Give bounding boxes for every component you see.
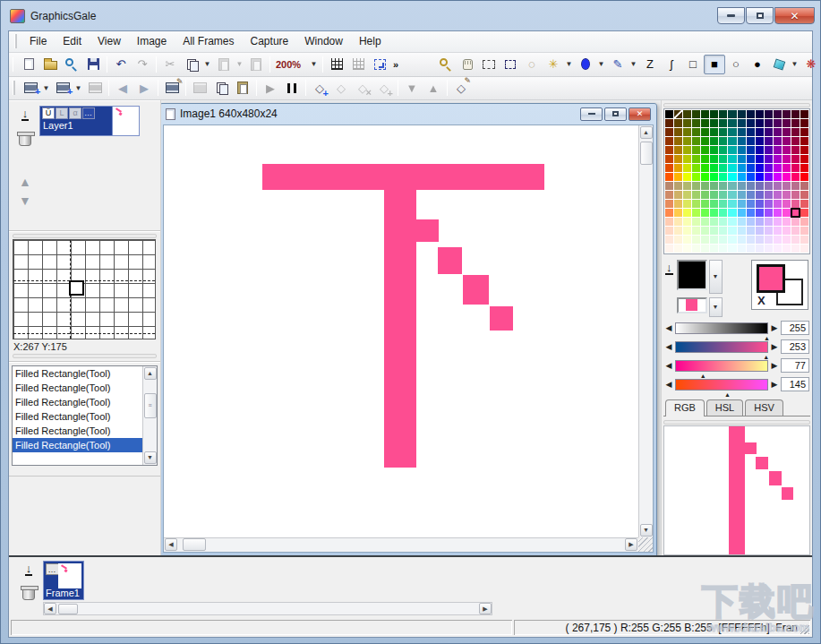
palette-cell[interactable] [783,146,791,154]
palette-cell[interactable] [774,128,782,136]
palette-cell[interactable] [665,128,673,136]
grid-show-button[interactable] [326,55,347,74]
slider-increase-icon[interactable]: ▶ [770,361,779,370]
palette-cell[interactable] [674,236,682,244]
palette-splitter[interactable] [663,103,810,107]
palette-cell[interactable] [738,200,746,208]
palette-cell[interactable] [747,182,755,190]
palette-cell[interactable] [710,164,718,172]
palette-cell[interactable] [800,119,808,127]
palette-cell[interactable] [674,227,682,235]
palette-cell[interactable] [665,200,673,208]
palette-cell[interactable] [800,227,808,235]
palette-cell[interactable] [692,209,700,217]
alpha-slider-marker[interactable]: ▲ [764,335,770,341]
add-color-icon[interactable] [665,262,673,275]
rect-outline-button[interactable]: □ [682,55,704,74]
palette-cell[interactable] [719,155,727,163]
history-item[interactable]: Filled Rectangle(Tool) [13,395,142,409]
palette-cell[interactable] [774,155,782,163]
history-item[interactable]: Filled Rectangle(Tool) [13,424,142,438]
palette-cell[interactable] [791,119,800,127]
palette-cell[interactable] [701,236,709,244]
primary-color-dropdown[interactable]: ▼ [709,260,723,294]
dropdown-arrow-icon[interactable]: ▼ [790,55,800,74]
dropdown-arrow-icon[interactable]: ▼ [309,55,319,74]
palette-cell[interactable] [783,155,791,163]
palette-cell[interactable] [774,164,782,172]
delete-layer-button[interactable]: ◇ [352,78,373,98]
palette-cell[interactable] [683,209,691,217]
palette-cell[interactable] [692,227,700,235]
palette-cell[interactable] [728,137,736,145]
dropdown-arrow-icon[interactable]: ▼ [73,78,83,98]
palette-cell[interactable] [738,146,746,154]
palette-cell[interactable] [783,137,791,145]
palette-cell[interactable] [765,110,773,118]
palette-cell[interactable] [710,182,718,190]
palette-cell[interactable] [800,182,808,190]
palette-cell[interactable] [747,173,755,181]
palette-cell[interactable] [774,137,782,145]
primary-color-swatch[interactable] [677,260,707,290]
palette-cell[interactable] [683,173,691,181]
palette-cell[interactable] [701,200,709,208]
alpha-value[interactable]: 255 [781,321,809,335]
red-value[interactable]: 253 [781,339,809,354]
palette-cell[interactable] [683,236,691,244]
palette-cell[interactable] [683,191,691,199]
cut-frame-button[interactable] [189,78,210,98]
layer-lock-button[interactable]: L [56,107,68,119]
palette-cell[interactable] [756,128,764,136]
palette-cell[interactable] [683,227,691,235]
rect-filled-button[interactable]: ■ [704,55,725,74]
green-slider-marker[interactable]: ▲ [700,373,706,379]
palette-cell[interactable] [791,137,800,145]
palette-cell[interactable] [674,209,682,217]
palette-cell[interactable] [719,119,727,127]
layer-properties-button[interactable]: ◇ [450,78,472,98]
palette-cell[interactable] [774,227,782,235]
resize-grip[interactable] [638,537,653,552]
palette-cell[interactable] [747,146,755,154]
preview-splitter[interactable] [663,420,810,425]
palette-cell[interactable] [747,155,755,163]
history-list[interactable]: Filled Rectangle(Tool)Filled Rectangle(T… [13,366,142,465]
palette-cell[interactable] [765,119,773,127]
foreground-color-swatch[interactable] [757,264,785,293]
palette-cell[interactable] [674,218,682,226]
image-minimize-button[interactable] [580,107,603,121]
palette-cell[interactable] [756,146,764,154]
scroll-thumb[interactable] [183,538,206,551]
palette-cell[interactable] [765,245,773,253]
hand-tool-button[interactable] [457,55,478,74]
palette-cell[interactable] [674,110,682,118]
palette-cell[interactable] [692,236,700,244]
palette-cell[interactable] [747,245,755,253]
palette-cell[interactable] [728,164,736,172]
palette-cell[interactable] [765,146,773,154]
palette-cell[interactable] [701,164,709,172]
palette-cell[interactable] [765,227,773,235]
palette-cell[interactable] [710,119,718,127]
palette-cell[interactable] [738,227,746,235]
palette-cell[interactable] [783,182,791,190]
palette-cell[interactable] [683,182,691,190]
palette-cell[interactable] [692,182,700,190]
menu-capture[interactable]: Capture [243,32,297,50]
move-down-button[interactable]: ▼ [401,78,423,98]
scroll-thumb[interactable] [640,142,653,165]
palette-cell[interactable] [692,146,700,154]
layer-visible-button[interactable]: Ü [42,107,55,119]
minimize-button[interactable] [717,7,745,24]
palette-cell[interactable] [665,155,673,163]
palette-cell[interactable] [738,128,746,136]
palette-cell[interactable] [701,245,709,253]
palette-cell[interactable] [738,182,746,190]
slider-decrease-icon[interactable]: ◀ [664,342,673,351]
palette-cell[interactable] [728,209,736,217]
palette-cell[interactable] [738,119,746,127]
restore-button[interactable] [746,7,774,24]
palette-cell[interactable] [674,128,682,136]
palette-cell[interactable] [665,146,673,154]
